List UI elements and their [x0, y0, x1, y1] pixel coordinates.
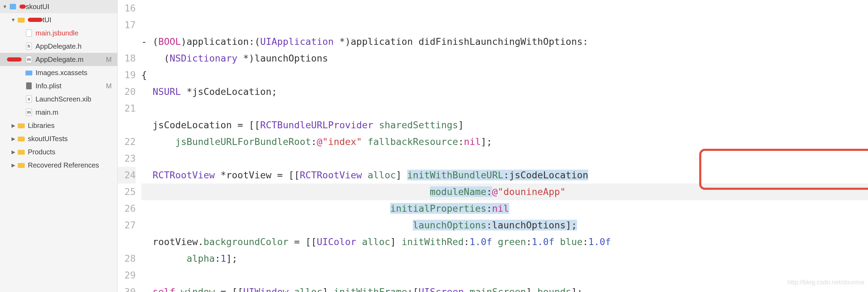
- file-item-images-xcassets[interactable]: Images.xcassets: [0, 66, 117, 79]
- disclosure-triangle-icon[interactable]: ▶: [10, 149, 16, 155]
- folder-name: skoutUITests: [28, 135, 115, 143]
- code-line[interactable]: initialProperties:nil: [141, 200, 868, 217]
- line-number: 24: [118, 167, 136, 184]
- code-line[interactable]: launchOptions:launchOptions];: [141, 217, 868, 234]
- line-number: 28: [118, 250, 136, 267]
- project-navigator[interactable]: ▼ skoutUI ▼ tUI main.jsbundle h AppDeleg…: [0, 0, 118, 292]
- code-line[interactable]: jsBundleURLForBundleRoot:@"index" fallba…: [141, 133, 868, 150]
- folder-products[interactable]: ▶ Products: [0, 145, 117, 159]
- file-item-info-plist[interactable]: Info.plist M: [0, 79, 117, 92]
- file-name: main.m: [35, 108, 115, 116]
- line-number: 23: [118, 150, 136, 167]
- line-number: 19: [118, 67, 136, 83]
- folder-icon: [17, 161, 25, 169]
- code-line[interactable]: self.window = [[UIWindow alloc] initWith…: [141, 284, 868, 292]
- file-item-launchscreen-xib[interactable]: x LaunchScreen.xib: [0, 92, 117, 106]
- code-line[interactable]: (NSDictionary *)launchOptions: [141, 50, 868, 67]
- code-line[interactable]: [141, 150, 868, 167]
- code-line[interactable]: [141, 100, 868, 117]
- folder-skoutuitests[interactable]: ▶ skoutUITests: [0, 132, 117, 145]
- svg-rect-2: [26, 30, 32, 36]
- folder-name: Products: [28, 148, 115, 156]
- modified-badge: M: [106, 82, 112, 90]
- code-line[interactable]: - (BOOL)application:(UIApplication *)app…: [141, 33, 868, 50]
- plist-icon: [25, 82, 33, 90]
- project-name: skoutUI: [26, 3, 115, 11]
- impl-file-icon: m: [25, 56, 33, 63]
- line-number: 20: [118, 83, 136, 100]
- file-icon: [25, 29, 33, 37]
- disclosure-triangle-icon[interactable]: ▶: [10, 136, 16, 141]
- file-name: Images.xcassets: [35, 69, 115, 77]
- assets-icon: [25, 69, 33, 76]
- svg-rect-0: [10, 4, 16, 9]
- line-number: 25: [118, 184, 136, 200]
- svg-text:m: m: [27, 57, 31, 62]
- code-line[interactable]: {: [141, 67, 868, 83]
- svg-text:x: x: [28, 97, 30, 102]
- group-name: tUI: [42, 16, 115, 24]
- svg-rect-16: [18, 163, 25, 168]
- impl-file-icon: m: [25, 108, 33, 116]
- file-name: Info.plist: [35, 82, 106, 90]
- file-name: LaunchScreen.xib: [35, 95, 115, 103]
- code-line[interactable]: NSURL *jsCodeLocation;: [141, 83, 868, 100]
- file-item-appdelegate-h[interactable]: h AppDelegate.h: [0, 40, 117, 53]
- folder-icon: [17, 16, 25, 24]
- project-root[interactable]: ▼ skoutUI: [0, 0, 117, 13]
- code-line[interactable]: [141, 267, 868, 284]
- disclosure-triangle-icon[interactable]: ▶: [10, 162, 16, 168]
- folder-recovered-references[interactable]: ▶ Recovered References: [0, 159, 117, 172]
- code-editor[interactable]: 16 17 18 19 20 21 22 23 24 25 26 27 28 2…: [118, 0, 868, 292]
- redaction-bar: [28, 18, 42, 22]
- folder-name: Recovered References: [28, 161, 115, 169]
- disclosure-triangle-icon[interactable]: ▼: [10, 17, 16, 23]
- svg-text:m: m: [27, 110, 31, 115]
- file-item-appdelegate-m[interactable]: m AppDelegate.m M: [0, 53, 117, 66]
- code-line[interactable]: RCTRootView *rootView = [[RCTRootView al…: [141, 167, 868, 184]
- svg-rect-13: [18, 123, 25, 128]
- disclosure-triangle-icon[interactable]: ▼: [2, 4, 8, 9]
- xcode-project-icon: [9, 3, 17, 10]
- code-area[interactable]: - (BOOL)application:(UIApplication *)app…: [141, 0, 868, 292]
- line-number: 26: [118, 200, 136, 217]
- file-name: AppDelegate.h: [35, 42, 115, 50]
- svg-text:h: h: [27, 44, 30, 49]
- line-number: 18: [118, 50, 136, 67]
- folder-name: Libraries: [28, 122, 115, 130]
- folder-icon: [17, 148, 25, 156]
- file-item-main-m[interactable]: m main.m: [0, 106, 117, 119]
- redaction-bar: [7, 57, 22, 62]
- svg-rect-7: [25, 71, 32, 75]
- svg-rect-8: [26, 82, 32, 89]
- folder-icon: [17, 122, 25, 129]
- watermark-text: http://blog.csdn.net/dounine: [788, 274, 865, 291]
- code-line[interactable]: jsCodeLocation = [[RCTBundleURLProvider …: [141, 117, 868, 133]
- file-name: AppDelegate.m: [35, 56, 106, 64]
- modified-badge: M: [106, 56, 112, 64]
- line-number: 17: [118, 17, 136, 33]
- line-number: 22: [118, 133, 136, 150]
- code-line[interactable]: rootView.backgroundColor = [[UIColor all…: [141, 234, 868, 250]
- svg-rect-1: [18, 18, 25, 23]
- line-number: [118, 33, 136, 50]
- line-number-gutter: 16 17 18 19 20 21 22 23 24 25 26 27 28 2…: [118, 0, 141, 292]
- line-number: 30: [118, 284, 136, 292]
- code-line[interactable]: alpha:1];: [141, 250, 868, 267]
- line-number: 27: [118, 217, 136, 234]
- code-line-current[interactable]: moduleName:@"dounineApp": [141, 184, 868, 200]
- file-item-jsbundle[interactable]: main.jsbundle: [0, 26, 117, 40]
- folder-libraries[interactable]: ▶ Libraries: [0, 119, 117, 132]
- line-number: [118, 234, 136, 250]
- header-file-icon: h: [25, 42, 33, 50]
- line-number: 21: [118, 100, 136, 117]
- xib-icon: x: [25, 95, 33, 103]
- svg-rect-15: [18, 150, 25, 155]
- redaction-bar: [19, 5, 26, 9]
- code-line[interactable]: [141, 17, 868, 33]
- file-name: main.jsbundle: [35, 29, 115, 37]
- group-folder[interactable]: ▼ tUI: [0, 13, 117, 26]
- disclosure-triangle-icon[interactable]: ▶: [10, 123, 16, 128]
- line-number: 16: [118, 0, 136, 17]
- folder-icon: [17, 135, 25, 143]
